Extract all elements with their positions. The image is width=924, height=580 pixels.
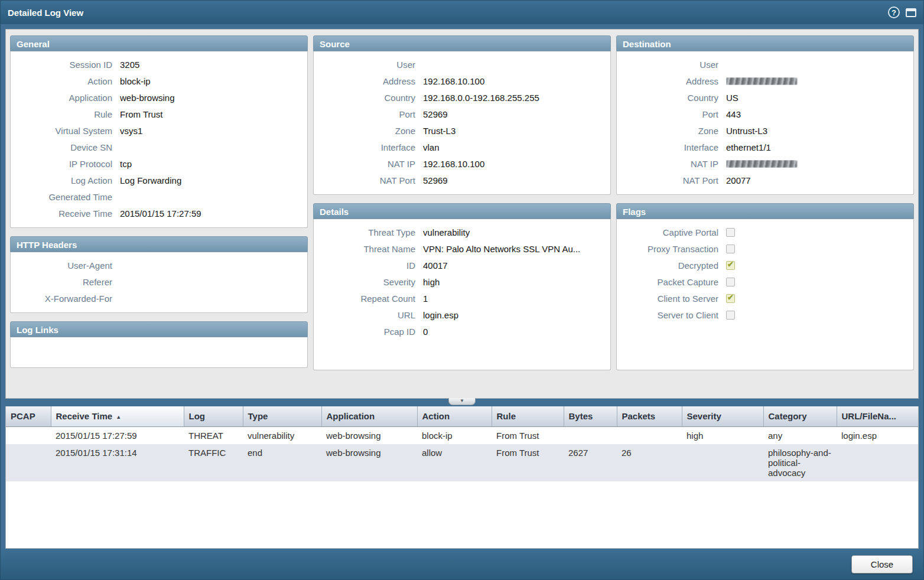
column-header-action[interactable]: Action: [417, 406, 492, 426]
checkbox-unchecked-icon: [726, 311, 735, 320]
field-label: Country: [617, 93, 718, 103]
field-label: Interface: [617, 142, 718, 152]
field-label: User-Agent: [11, 260, 112, 271]
log-table-cell: [6, 444, 51, 481]
splitter-collapse-handle[interactable]: ▼: [448, 398, 476, 405]
field-label: Virtual System: [11, 126, 112, 136]
log-table-cell: TRAFFIC: [184, 444, 243, 481]
column-header-packets[interactable]: Packets: [617, 406, 682, 426]
field-row: Actionblock-ip: [11, 73, 307, 89]
log-table-cell: From Trust: [492, 444, 564, 481]
close-button[interactable]: Close: [851, 555, 913, 574]
log-table-cell: allow: [417, 444, 492, 481]
panel-http-headers: HTTP Headers User-AgentRefererX-Forwarde…: [10, 236, 308, 313]
field-label: NAT IP: [314, 159, 415, 169]
field-label: IP Protocol: [11, 159, 112, 169]
field-value: [726, 245, 913, 253]
panel-destination-body: UserAddressCountryUSPort443ZoneUntrust-L…: [616, 51, 914, 195]
field-row: Port52969: [314, 106, 610, 122]
column-header-label: Bytes: [569, 411, 593, 421]
field-row: Session ID3205: [11, 56, 307, 73]
field-value: high: [423, 277, 610, 287]
panel-column-right: Destination UserAddressCountryUSPort443Z…: [616, 35, 914, 370]
field-row: RuleFrom Trust: [11, 106, 307, 122]
field-row: Receive Time2015/01/15 17:27:59: [11, 205, 307, 221]
panel-details: Details Threat TypevulnerabilityThreat N…: [313, 203, 611, 370]
column-header-severity[interactable]: Severity: [682, 406, 763, 426]
field-value: web-browsing: [120, 93, 307, 103]
field-row: Threat NameVPN: Palo Alto Networks SSL V…: [314, 240, 610, 257]
field-row: Port443: [617, 106, 913, 122]
log-table-cell: [682, 444, 763, 481]
checkbox-unchecked-icon: [726, 228, 735, 237]
column-header-bytes[interactable]: Bytes: [564, 406, 617, 426]
field-row: Interfaceethernet1/1: [617, 139, 913, 155]
redacted-value: [726, 77, 797, 85]
field-value: 3205: [120, 60, 307, 70]
field-row: Severityhigh: [314, 273, 610, 290]
field-value: 40017: [423, 260, 610, 271]
field-label: Captive Portal: [617, 227, 718, 237]
field-value: [726, 311, 913, 320]
field-row: Server to Client: [617, 307, 913, 323]
column-header-rule[interactable]: Rule: [492, 406, 564, 426]
log-table-row[interactable]: 2015/01/15 17:27:59THREATvulnerabilitywe…: [6, 426, 918, 444]
help-icon[interactable]: ?: [888, 6, 900, 18]
field-value: vlan: [423, 142, 610, 152]
column-header-log[interactable]: Log: [184, 406, 243, 426]
log-table-cell: 26: [617, 444, 682, 481]
field-label: Client to Server: [617, 294, 718, 304]
field-label: Pcap ID: [314, 327, 415, 337]
column-header-label: Receive Time: [56, 411, 113, 421]
maximize-icon[interactable]: [906, 8, 916, 17]
field-row: Address: [617, 73, 913, 89]
field-row: Country192.168.0.0-192.168.255.255: [314, 89, 610, 106]
field-label: Threat Type: [314, 227, 415, 237]
field-label: Packet Capture: [617, 277, 718, 287]
field-value: From Trust: [120, 109, 307, 119]
column-header-category[interactable]: Category: [763, 406, 837, 426]
column-header-receive-time[interactable]: Receive Time▲: [51, 406, 184, 426]
log-table-cell: [837, 444, 918, 481]
field-value: login.esp: [423, 310, 610, 320]
field-row: ZoneUntrust-L3: [617, 122, 913, 139]
log-table-cell: high: [682, 426, 763, 444]
column-header-label: Packets: [622, 411, 656, 421]
log-table-cell: 2015/01/15 17:31:14: [51, 444, 184, 481]
column-header-label: Type: [248, 411, 268, 421]
column-header-label: PCAP: [11, 411, 35, 421]
field-label: Proxy Transaction: [617, 244, 718, 254]
field-row: Applicationweb-browsing: [11, 89, 307, 106]
column-header-label: URL/FileNa...: [842, 411, 897, 421]
log-table-cell: login.esp: [837, 426, 918, 444]
column-header-type[interactable]: Type: [243, 406, 321, 426]
log-table-area: PCAPReceive Time▲LogTypeApplicationActio…: [5, 406, 919, 549]
field-row: Interfacevlan: [314, 139, 610, 155]
column-header-pcap[interactable]: PCAP: [6, 406, 51, 426]
field-value: 192.168.0.0-192.168.255.255: [423, 93, 610, 103]
log-table-cell: vulnerability: [243, 426, 321, 444]
panel-source-body: UserAddress192.168.10.100Country192.168.…: [313, 51, 611, 195]
column-header-label: Application: [327, 411, 375, 421]
column-header-application[interactable]: Application: [321, 406, 417, 426]
column-header-label: Rule: [497, 411, 516, 421]
checkbox-unchecked-icon: [726, 278, 735, 286]
field-value: Untrust-L3: [726, 126, 913, 136]
field-row: Address192.168.10.100: [314, 73, 610, 89]
field-label: Receive Time: [11, 208, 112, 219]
checkbox-unchecked-icon: [726, 245, 735, 253]
field-label: NAT Port: [314, 175, 415, 185]
field-label: NAT IP: [617, 159, 718, 169]
field-row: Repeat Count1: [314, 290, 610, 307]
dialog-footer: Close: [1, 549, 923, 579]
field-label: Zone: [314, 126, 415, 136]
field-value: [726, 228, 913, 237]
log-table-row[interactable]: 2015/01/15 17:31:14TRAFFICendweb-browsin…: [6, 444, 918, 481]
field-label: Port: [617, 109, 718, 119]
field-row: User-Agent: [11, 257, 307, 273]
field-value: 0: [423, 327, 610, 337]
panel-log-links: Log Links: [10, 321, 308, 368]
detailed-log-view-dialog: Detailed Log View ? General Session ID32…: [0, 0, 924, 580]
column-header-url-filena[interactable]: URL/FileNa...: [837, 406, 918, 426]
field-value: [726, 278, 913, 286]
